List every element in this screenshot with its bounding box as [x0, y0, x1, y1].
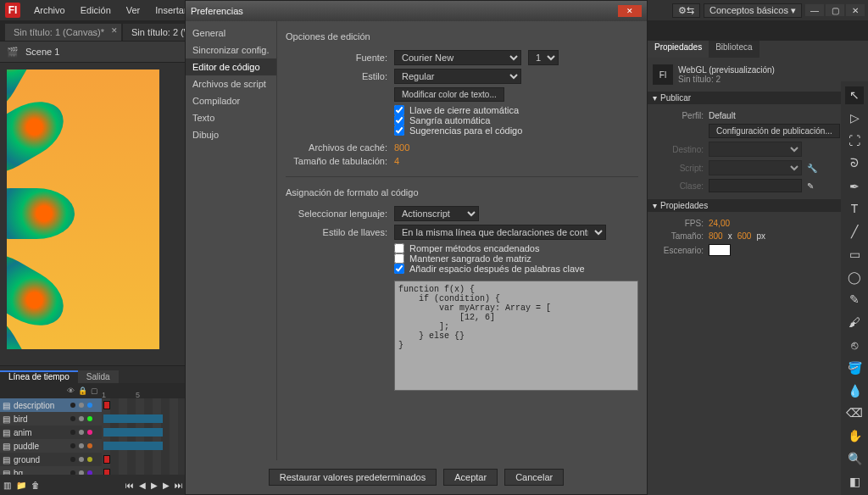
timeline-controls: ▥ 📁 🗑 ⏮ ◀ ▶ ▶ ⏭ — [0, 475, 186, 495]
line-tool-icon[interactable]: ╱ — [845, 223, 864, 241]
free-transform-tool-icon[interactable]: ⛶ — [845, 132, 864, 150]
layer-row[interactable]: ▤ground — [0, 453, 186, 466]
props-section-header[interactable]: ▾ Propiedades — [648, 199, 868, 212]
stroke-color-icon[interactable]: ◧ — [845, 472, 864, 490]
cache-value[interactable]: 800 — [394, 142, 409, 153]
sync-icon[interactable]: ⚙⇆ — [672, 3, 700, 18]
hand-tool-icon[interactable]: ✋ — [845, 427, 864, 445]
sidebar-item-script-files[interactable]: Archivos de script — [186, 75, 276, 92]
auto-close-brace-checkbox[interactable] — [394, 105, 404, 115]
stage-color-swatch[interactable] — [709, 244, 731, 256]
layer-row[interactable]: ▤anim — [0, 425, 186, 439]
layer-row[interactable]: ▤description — [0, 398, 186, 412]
code-hints-checkbox[interactable] — [394, 125, 404, 136]
eye-icon[interactable]: 👁 — [67, 387, 75, 395]
text-tool-icon[interactable]: T — [845, 200, 864, 218]
sidebar-item-text[interactable]: Texto — [186, 109, 276, 126]
pencil-icon[interactable]: ✎ — [807, 181, 814, 191]
next-frame-icon[interactable]: ▶ — [163, 481, 170, 490]
height-value[interactable]: 600 — [737, 231, 752, 241]
brace-style-select[interactable]: En la misma línea que declaraciones de c… — [394, 225, 606, 240]
subselection-tool-icon[interactable]: ▷ — [845, 109, 864, 127]
tools-panel: ↖ ▷ ⛶ ᘐ ✒ T ╱ ▭ ◯ ✎ 🖌 ⎋ 🪣 💧 ⌫ ✋ 🔍 ◧ — [841, 81, 868, 495]
paint-bucket-tool-icon[interactable]: 🪣 — [845, 359, 864, 376]
delete-layer-icon[interactable]: 🗑 — [31, 481, 40, 490]
zoom-tool-icon[interactable]: 🔍 — [845, 450, 864, 468]
tab-properties[interactable]: Propiedades — [648, 41, 709, 58]
fps-value[interactable]: 24,00 — [709, 219, 730, 228]
brush-tool-icon[interactable]: 🖌 — [845, 314, 864, 331]
keep-array-indent-label: Mantener sangrado de matriz — [409, 253, 531, 264]
first-frame-icon[interactable]: ⏮ — [125, 481, 134, 490]
last-frame-icon[interactable]: ⏭ — [175, 481, 183, 490]
dialog-close-button[interactable]: ✕ — [618, 5, 642, 17]
new-layer-icon[interactable]: ▥ — [3, 481, 11, 490]
auto-indent-checkbox[interactable] — [394, 115, 404, 125]
code-format-heading: Asignación de formato al código — [286, 187, 638, 197]
lasso-tool-icon[interactable]: ᘐ — [845, 154, 864, 172]
maximize-button[interactable]: ▢ — [826, 4, 844, 16]
menu-edicion[interactable]: Edición — [74, 5, 118, 15]
tab-library[interactable]: Biblioteca — [709, 41, 759, 58]
break-chained-checkbox[interactable] — [394, 243, 404, 253]
editing-options-heading: Opciones de edición — [286, 31, 638, 42]
language-select[interactable]: Actionscript — [394, 206, 479, 221]
dialog-footer: Restaurar valores predeterminados Acepta… — [186, 460, 647, 494]
pen-tool-icon[interactable]: ✒ — [845, 177, 864, 195]
menu-ver[interactable]: Ver — [120, 5, 147, 15]
bone-tool-icon[interactable]: ⎋ — [845, 336, 864, 354]
ok-button[interactable]: Aceptar — [443, 469, 498, 486]
selection-tool-icon[interactable]: ↖ — [845, 86, 864, 104]
layer-row[interactable]: ▤puddle — [0, 439, 186, 453]
font-size-select[interactable]: 10 — [528, 50, 559, 65]
preferences-dialog: Preferencias ✕ General Sincronizar confi… — [185, 0, 648, 495]
width-value[interactable]: 800 — [709, 231, 723, 241]
sidebar-item-code-editor[interactable]: Editor de código — [186, 58, 276, 75]
close-button[interactable]: ✕ — [846, 4, 865, 16]
tab-output[interactable]: Salida — [78, 370, 119, 383]
layer-row[interactable]: ▤bird — [0, 412, 186, 425]
tab-timeline[interactable]: Línea de tiempo — [0, 370, 78, 383]
modify-text-color-button[interactable]: Modificar color de texto... — [394, 87, 504, 102]
restore-defaults-button[interactable]: Restaurar valores predeterminados — [269, 469, 437, 486]
document-tab-1[interactable]: Sin título: 1 (Canvas)*✕ — [5, 24, 121, 41]
keep-array-indent-checkbox[interactable] — [394, 253, 404, 264]
preferences-content: Opciones de edición Fuente: Courier New … — [277, 21, 647, 460]
canvas-stage[interactable] — [7, 70, 159, 349]
fps-label: FPS: — [653, 219, 704, 228]
publish-section-header[interactable]: ▾ Publicar — [648, 92, 868, 104]
sidebar-item-compiler[interactable]: Compilador — [186, 92, 276, 109]
clapper-icon[interactable]: 🎬 — [7, 47, 19, 58]
tab-size-value[interactable]: 4 — [394, 156, 399, 166]
close-icon[interactable]: ✕ — [111, 26, 118, 35]
font-select[interactable]: Courier New — [394, 50, 521, 65]
scene-name[interactable]: Scene 1 — [25, 47, 59, 57]
publish-settings-button[interactable]: Configuración de publicación... — [709, 124, 840, 138]
eraser-tool-icon[interactable]: ⌫ — [845, 404, 864, 422]
style-select[interactable]: Regular — [394, 69, 521, 84]
cancel-button[interactable]: Cancelar — [504, 469, 564, 486]
play-icon[interactable]: ▶ — [151, 481, 158, 490]
space-after-keywords-checkbox[interactable] — [394, 264, 404, 274]
brace-style-label: Estilo de llaves: — [286, 227, 387, 237]
stage-area[interactable] — [0, 63, 186, 365]
stage-label: Escenario: — [653, 246, 704, 255]
menu-archivo[interactable]: Archivo — [27, 5, 72, 15]
eyedropper-tool-icon[interactable]: 💧 — [845, 381, 864, 399]
dialog-titlebar[interactable]: Preferencias ✕ — [186, 1, 647, 21]
lock-icon[interactable]: 🔒 — [78, 387, 87, 395]
pencil-tool-icon[interactable]: ✎ — [845, 291, 864, 309]
prev-frame-icon[interactable]: ◀ — [139, 481, 146, 490]
minimize-button[interactable]: — — [805, 4, 824, 16]
sidebar-item-drawing[interactable]: Dibujo — [186, 126, 276, 143]
rectangle-tool-icon[interactable]: ▭ — [845, 245, 864, 263]
sidebar-item-sync[interactable]: Sincronizar config. — [186, 42, 276, 58]
outline-icon[interactable]: ▢ — [91, 387, 98, 395]
oval-tool-icon[interactable]: ◯ — [845, 268, 864, 286]
sidebar-item-general[interactable]: General — [186, 25, 276, 42]
workspace-switcher[interactable]: Conceptos básicos ▾ — [704, 3, 802, 18]
tab-label: Sin título: 1 (Canvas)* — [14, 27, 104, 37]
layer-row[interactable]: ▤bg — [0, 466, 186, 475]
wrench-icon[interactable]: 🔧 — [807, 164, 817, 173]
new-folder-icon[interactable]: 📁 — [16, 481, 26, 490]
